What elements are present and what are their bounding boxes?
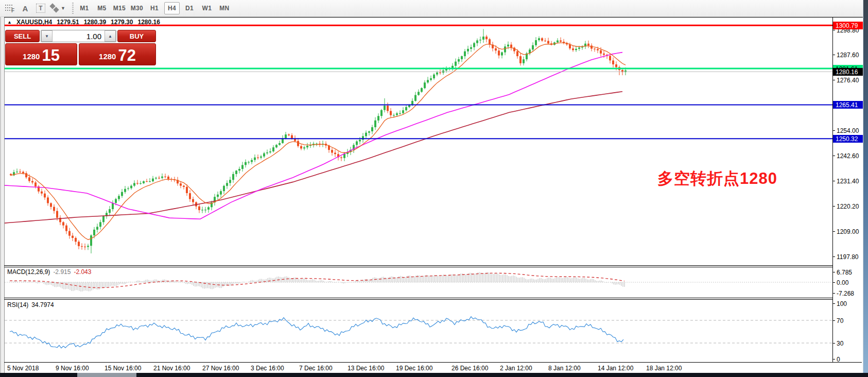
buy-button[interactable]: BUY [117, 30, 156, 42]
text-box-icon: T [36, 4, 45, 13]
rsi-label: RSI(14) [7, 301, 28, 309]
timeframe-button-m5[interactable]: M5 [94, 2, 110, 14]
arrows-tool-button[interactable]: ▼ [49, 2, 66, 14]
date-axis-label: 26 Dec 16:00 [452, 365, 488, 372]
date-axis-label: 14 Jan 12:00 [598, 365, 633, 372]
sell-price-box[interactable]: 1280 15 [5, 43, 77, 65]
volume-spinner: ▼ 1.00 ▲ [41, 30, 116, 42]
date-axis-label: 13 Dec 16:00 [348, 365, 384, 372]
timeframe-button-mn[interactable]: MN [217, 2, 232, 14]
arrows-tool-icon [50, 4, 59, 12]
date-axis-label: 21 Nov 16:00 [153, 365, 190, 372]
indicator-list-button[interactable]: F [3, 2, 16, 14]
macd-value-signal: -2.043 [74, 268, 91, 276]
panel-separator[interactable] [4, 265, 832, 266]
volume-increase-button[interactable]: ▲ [105, 30, 116, 42]
buy-price-pips: 72 [118, 49, 135, 62]
price-axis-label: 1231.40 [835, 177, 863, 185]
chevron-down-icon[interactable]: ▼ [61, 6, 65, 11]
price-axis-label: 1197.80 [835, 253, 863, 261]
price-axis-label: 1242.60 [835, 152, 863, 160]
timeframe-button-m30[interactable]: M30 [129, 2, 145, 14]
macd-axis-label: -7.268 [835, 289, 863, 297]
one-click-trading-panel: SELL ▼ 1.00 ▲ BUY 1280 15 1280 72 [5, 30, 156, 65]
macd-axis-label: 6.785 [835, 268, 863, 276]
macd-axis-label: 0.00 [835, 279, 863, 286]
ohlc-low: 1279.30 [111, 19, 133, 26]
macd-label-row: MACD(12,26,9) -2.915 -2.043 [7, 268, 91, 276]
ohlc-close: 1280.16 [137, 19, 160, 26]
price-level-flag: 1250.32 [833, 135, 863, 143]
volume-input[interactable]: 1.00 [53, 30, 105, 42]
date-axis-label: 18 Jan 12:00 [646, 365, 682, 372]
toolbar: F A T ▼ M1M5M15M30H1H4D1W1MN [0, 0, 863, 17]
timeframe-button-m15[interactable]: M15 [112, 2, 127, 14]
symbol-marker-icon: ▲ [7, 20, 12, 25]
price-axis-label: 1276.40 [835, 76, 863, 84]
price-level-flag: 1300.79 [833, 22, 863, 29]
rsi-axis-label: 100 [835, 300, 863, 307]
window-left-edge [0, 17, 5, 373]
price-axis-label: 1220.20 [835, 202, 863, 210]
chart-symbol: XAUUSD,H4 [16, 19, 52, 26]
window-right-edge [863, 0, 868, 377]
volume-decrease-button[interactable]: ▼ [41, 30, 53, 42]
macd-indicator-chart [5, 267, 832, 298]
date-axis-label: 7 Dec 16:00 [299, 365, 333, 372]
macd-value-main: -2.915 [53, 268, 71, 276]
date-axis-label: 19 Dec 16:00 [396, 365, 432, 372]
price-axis-label: 1209.00 [835, 228, 863, 235]
sell-button[interactable]: SELL [5, 30, 40, 42]
date-axis-label: 8 Jan 12:00 [548, 365, 581, 372]
ohlc-high: 1280.39 [84, 19, 106, 26]
macd-label: MACD(12,26,9) [7, 268, 50, 276]
rsi-axis-label: 0 [835, 355, 863, 363]
date-axis-label: 3 Dec 16:00 [251, 365, 284, 372]
indicator-list-icon: F [5, 4, 14, 12]
text-box-tool-button[interactable]: T [34, 2, 47, 14]
timeframe-button-h1[interactable]: H1 [147, 2, 162, 14]
date-axis-label: 27 Nov 16:00 [202, 365, 239, 372]
date-axis-border [4, 362, 862, 363]
date-axis-label: 2 Jan 12:00 [500, 365, 532, 372]
price-axis-label: 1287.60 [835, 51, 863, 59]
timeframe-button-h4[interactable]: H4 [164, 2, 180, 14]
rsi-label-row: RSI(14) 34.7974 [7, 301, 54, 309]
text-label-tool-button[interactable]: A [19, 2, 32, 14]
rsi-axis-label: 70 [835, 317, 863, 324]
ohlc-open: 1279.51 [57, 19, 79, 26]
date-axis-label: 9 Nov 16:00 [56, 365, 89, 372]
price-level-flag: 1280.16 [833, 68, 863, 76]
price-axis-label: 1254.00 [835, 127, 863, 134]
scrollbar-thumb[interactable] [77, 373, 136, 377]
rsi-indicator-chart [5, 300, 832, 362]
timeframe-button-m1[interactable]: M1 [77, 2, 92, 14]
buy-price-base: 1280 [99, 52, 116, 61]
bottom-scrollbar[interactable] [0, 373, 868, 377]
date-axis-label: 15 Nov 16:00 [105, 365, 141, 372]
rsi-value: 34.7974 [31, 301, 54, 309]
sell-price-base: 1280 [23, 52, 40, 61]
chart-ohlc-header: ▲ XAUUSD,H4 1279.51 1280.39 1279.30 1280… [7, 19, 160, 26]
sell-price-pips: 15 [42, 49, 59, 62]
timeframe-button-d1[interactable]: D1 [182, 2, 197, 14]
chart-annotation-text: 多空转折点1280 [657, 168, 777, 190]
toolbar-separator [72, 3, 74, 14]
price-level-flag: 1265.41 [833, 101, 863, 109]
panel-separator[interactable] [4, 298, 832, 298]
buy-price-box[interactable]: 1280 72 [79, 43, 156, 65]
timeframe-button-w1[interactable]: W1 [199, 2, 215, 14]
rsi-axis-label: 30 [835, 339, 863, 347]
mt4-window: F A T ▼ M1M5M15M30H1H4D1W1MN ▲ XAUUSD,H4… [0, 0, 868, 377]
date-axis-label: 5 Nov 2018 [7, 365, 39, 372]
